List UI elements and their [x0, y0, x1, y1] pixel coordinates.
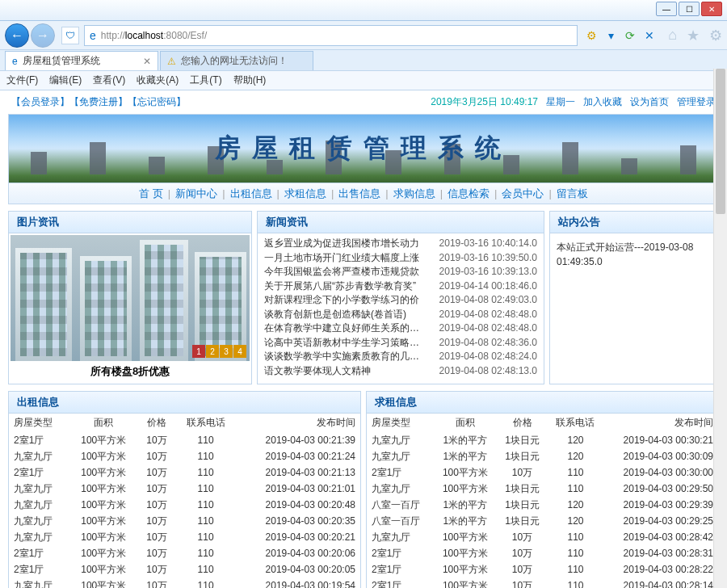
menu-edit[interactable]: 编辑(E): [49, 74, 82, 87]
maximize-button[interactable]: ☐: [679, 2, 700, 16]
news-item[interactable]: 对新课程理念下的小学数学练习的价2019-04-08 02:49:03.0: [264, 293, 537, 308]
menu-file[interactable]: 文件(F): [6, 74, 38, 87]
nav-rentout[interactable]: 出租信息: [230, 187, 272, 201]
nav-sale[interactable]: 出售信息: [338, 187, 380, 201]
chrome-toolbar: ⌂ ★ ⚙: [668, 27, 722, 44]
table-row[interactable]: 九室九厅100平方米10万1102019-04-03 00:20:48: [9, 497, 360, 513]
tab-label: 房屋租赁管理系统: [23, 54, 100, 68]
table-row[interactable]: 九室九厅100平方米10万1102019-04-03 00:19:54: [9, 578, 360, 588]
minimize-button[interactable]: —: [656, 2, 677, 16]
col-header: 联系电话: [548, 414, 603, 432]
compat-icon[interactable]: ⚙: [584, 28, 599, 43]
table-row[interactable]: 九室九厅100平方米10万1102019-04-03 00:21:24: [9, 448, 360, 464]
stop-icon[interactable]: ✕: [642, 28, 657, 43]
col-header: 发布时间: [236, 414, 360, 432]
panel-pic-news: 图片资讯 1 2 3 4 所有楼盘8折优惠: [8, 211, 252, 384]
table-row[interactable]: 九室九厅100平方米10万1102019-04-03 00:20:21: [9, 529, 360, 545]
tab-label: 您输入的网址无法访问！: [181, 54, 288, 68]
page-4[interactable]: 4: [233, 345, 246, 358]
news-item[interactable]: 在体育教学中建立良好师生关系的有效2019-04-08 02:48:48.0: [264, 321, 537, 336]
panel-news: 新闻资讯 返乡置业成为促进我国楼市增长动力2019-03-16 10:40:14…: [257, 211, 544, 384]
table-row[interactable]: 八室一百厅1米的平方1块日元1202019-04-03 00:29:25: [367, 513, 718, 529]
table-row[interactable]: 2室1厅100平方米10万1102019-04-03 00:28:22: [367, 561, 718, 578]
link-register[interactable]: 【免费注册】: [69, 96, 128, 107]
favorites-icon[interactable]: ★: [687, 27, 700, 44]
news-item[interactable]: 返乡置业成为促进我国楼市增长动力2019-03-16 10:40:14.0: [264, 237, 537, 251]
news-item[interactable]: 一月土地市场开门红业绩大幅度上涨2019-03-16 10:39:50.0: [264, 251, 537, 266]
panel-header: 图片资讯: [9, 212, 251, 233]
table-row[interactable]: 八室一百厅1米的平方1块日元1202019-04-03 00:29:39: [367, 497, 718, 513]
panel-header: 出租信息: [9, 392, 360, 414]
forward-button[interactable]: →: [31, 23, 55, 48]
gear-icon[interactable]: ⚙: [709, 27, 722, 44]
tab-active[interactable]: e 房屋租赁管理系统 ✕: [5, 51, 158, 70]
table-row[interactable]: 九室九厅1米的平方1块日元1202019-04-03 00:30:21: [367, 432, 718, 448]
news-item[interactable]: 关于开展第八届“苏步青数学教育奖”2019-04-14 00:18:46.0: [264, 279, 537, 294]
link-home[interactable]: 设为首页: [630, 95, 669, 109]
nav-search[interactable]: 信息检索: [448, 187, 490, 201]
panel-notice: 站内公告 本站正式开始运营---2019-03-08 01:49:35.0: [549, 211, 719, 384]
table-row[interactable]: 九室九厅100平方米10万1102019-04-03 00:21:01: [9, 481, 360, 497]
link-forgot[interactable]: 【忘记密码】: [128, 96, 186, 107]
rent-out-table: 房屋类型面积价格联系电话发布时间2室1厅100平方米10万1102019-04-…: [9, 414, 360, 588]
url-host: localhost: [125, 30, 163, 41]
table-row[interactable]: 九室九厅1米的平方1块日元1202019-04-03 00:30:09: [367, 448, 718, 464]
menu-view[interactable]: 查看(V): [93, 74, 125, 87]
news-item[interactable]: 谈谈数学教学中实施素质教育的几点做2019-04-08 02:48:24.0: [264, 350, 537, 364]
tab-inactive[interactable]: ⚠ 您输入的网址无法访问！: [160, 51, 313, 70]
address-bar[interactable]: e http://localhost:8080/Esf/: [84, 25, 578, 46]
news-item[interactable]: 论高中英语新教材中学生学习策略的培2019-04-08 02:48:36.0: [264, 336, 537, 351]
nav-news[interactable]: 新闻中心: [175, 187, 217, 201]
window-titlebar: — ☐ ✕: [0, 0, 727, 21]
security-icon[interactable]: 🛡: [61, 27, 79, 44]
scroll-thumb[interactable]: [716, 69, 725, 214]
table-row[interactable]: 九室九厅100平方米10万1102019-04-03 00:28:42: [367, 529, 718, 545]
home-icon[interactable]: ⌂: [668, 27, 677, 44]
col-header: 面积: [69, 414, 138, 432]
url-port: :8080: [163, 30, 187, 41]
close-button[interactable]: ✕: [701, 2, 722, 16]
back-button[interactable]: ←: [5, 23, 29, 48]
col-header: 联系电话: [175, 414, 236, 432]
link-login[interactable]: 【会员登录】: [11, 96, 69, 107]
menu-favorites[interactable]: 收藏夹(A): [137, 74, 179, 87]
nav-guestbook[interactable]: 留言板: [557, 187, 588, 201]
table-row[interactable]: 九室九厅100平方米1块日元1102019-04-03 00:29:50: [367, 481, 718, 497]
panel-rent-out: 出租信息 房屋类型面积价格联系电话发布时间2室1厅100平方米10万110201…: [8, 391, 361, 588]
table-row[interactable]: 2室1厅100平方米10万1102019-04-03 00:21:13: [9, 464, 360, 481]
news-item[interactable]: 语文教学要体现人文精神2019-04-08 02:48:13.0: [264, 364, 537, 379]
panel-header: 站内公告: [550, 212, 718, 233]
nav-member[interactable]: 会员中心: [502, 187, 544, 201]
col-header: 房屋类型: [367, 414, 434, 432]
dropdown-icon[interactable]: ▾: [603, 28, 618, 43]
menu-help[interactable]: 帮助(H): [233, 74, 267, 87]
news-item[interactable]: 今年我国银监会将严查楼市违规贷款2019-03-16 10:39:13.0: [264, 265, 537, 279]
table-row[interactable]: 2室1厅100平方米10万1102019-04-03 00:20:06: [9, 545, 360, 561]
news-item[interactable]: 谈教育创新也是创造稀缺(卷首语)2019-04-08 02:48:48.0: [264, 308, 537, 322]
page-3[interactable]: 3: [220, 345, 233, 358]
refresh-icon[interactable]: ⟳: [623, 28, 637, 43]
nav-home[interactable]: 首 页: [139, 187, 163, 201]
table-row[interactable]: 2室1厅100平方米10万1102019-04-03 00:30:00: [367, 464, 718, 481]
datetime-text: 2019年3月25日 10:49:17: [431, 95, 538, 109]
nav-rentseek[interactable]: 求租信息: [284, 187, 326, 201]
carousel-image[interactable]: 1 2 3 4: [11, 235, 250, 361]
nav-buy[interactable]: 求购信息: [393, 187, 435, 201]
link-fav[interactable]: 加入收藏: [583, 95, 622, 109]
page-1[interactable]: 1: [192, 345, 205, 358]
link-admin[interactable]: 管理登录: [677, 95, 716, 109]
scrollbar[interactable]: [713, 69, 727, 588]
notice-text: 本站正式开始运营---2019-03-08 01:49:35.0: [550, 233, 718, 275]
table-row[interactable]: 九室九厅100平方米10万1102019-04-03 00:20:35: [9, 513, 360, 529]
panel-header: 求租信息: [367, 392, 718, 414]
page-2[interactable]: 2: [206, 345, 219, 358]
table-row[interactable]: 2室1厅100平方米10万1102019-04-03 00:21:39: [9, 432, 360, 448]
table-row[interactable]: 2室1厅100平方米10万1102019-04-03 00:20:05: [9, 561, 360, 578]
tab-close-icon[interactable]: ✕: [143, 56, 151, 67]
url-scheme: http://: [101, 30, 125, 41]
table-row[interactable]: 2室1厅100平方米10万1102019-04-03 00:28:14: [367, 578, 718, 588]
table-row[interactable]: 2室1厅100平方米10万1102019-04-03 00:28:31: [367, 545, 718, 561]
browser-nav: ← → 🛡 e http://localhost:8080/Esf/ ⚙ ▾ ⟳…: [0, 21, 727, 50]
menu-tools[interactable]: 工具(T): [190, 74, 221, 87]
rent-seek-table: 房屋类型面积价格联系电话发布时间九室九厅1米的平方1块日元1202019-04-…: [367, 414, 718, 588]
